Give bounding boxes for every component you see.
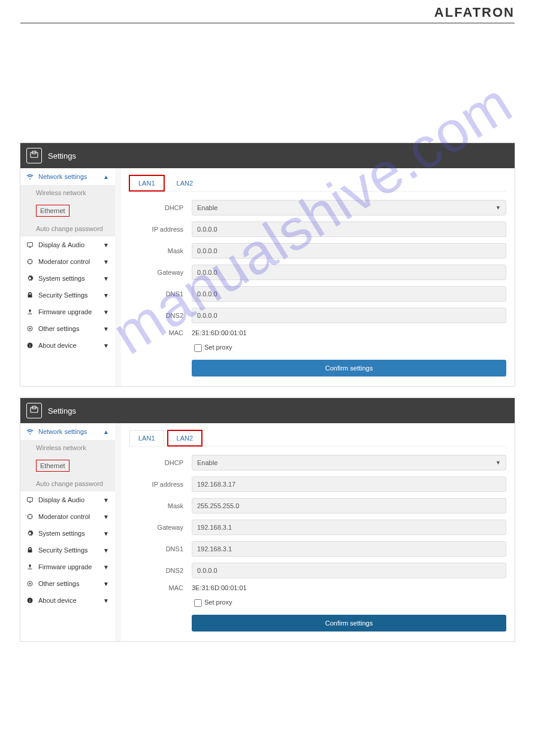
gear-icon [26,275,34,282]
mask-input[interactable]: 255.255.255.0 [192,498,506,514]
brand-logo: ALFATRON [0,0,535,23]
sidebar-label: Security Settings [38,546,103,554]
label-gateway: Gateway [129,269,192,276]
info-icon: i [26,342,34,349]
sidebar-item-network-settings[interactable]: Network settings ▲ [20,168,115,185]
caret-down-icon: ▼ [495,460,501,466]
sidebar-item-about-device[interactable]: i About device ▼ [20,592,115,609]
panel-header: Settings [20,143,515,168]
chevron-down-icon: ▼ [103,514,109,520]
sidebar-item-firmware-upgrade[interactable]: Firmware upgrade ▼ [20,558,115,575]
sidebar-item-security-settings[interactable]: Security Settings ▼ [20,287,115,303]
label-dns1: DNS1 [129,545,192,552]
sidebar-subitem-auto-change-password[interactable]: Auto change password [20,476,115,491]
sidebar-subitem-wireless-network[interactable]: Wireless network [20,440,115,456]
tab-bar: LAN1 LAN2 [129,175,506,192]
moderator-icon [26,258,34,265]
dns1-input[interactable]: 192.168.3.1 [192,541,506,557]
sidebar-item-display-audio[interactable]: Display & Audio ▼ [20,236,115,253]
label-mask: Mask [129,247,192,254]
sidebar-item-security-settings[interactable]: Security Settings ▼ [20,542,115,558]
tab-lan1[interactable]: LAN1 [129,175,164,191]
chevron-down-icon: ▼ [103,581,109,587]
label-dhcp: DHCP [129,204,192,211]
sidebar-item-other-settings[interactable]: Other settings ▼ [20,320,115,337]
panel-title: Settings [48,151,76,160]
sidebar-item-other-settings[interactable]: Other settings ▼ [20,575,115,592]
chevron-down-icon: ▼ [103,326,109,332]
sidebar-item-network-settings[interactable]: Network settings ▲ [20,423,115,440]
sidebar-item-moderator-control[interactable]: Moderator control ▼ [20,508,115,525]
chevron-down-icon: ▼ [103,275,109,282]
sidebar-label: Firmware upgrade [38,308,103,315]
label-gateway: Gateway [129,524,192,531]
svg-rect-0 [31,153,38,157]
sidebar-item-about-device[interactable]: i About device ▼ [20,337,115,354]
set-proxy-label: Set proxy [204,344,232,351]
content-area: LAN1 LAN2 DHCPEnable▼ IP address192.168.… [121,423,515,641]
confirm-settings-button[interactable]: Confirm settings [192,360,506,377]
svg-rect-9 [28,498,33,502]
caret-down-icon: ▼ [495,205,501,211]
settings-panel-1: Settings Network settings ▲ Wireless net… [20,143,515,386]
mask-input[interactable]: 0.0.0.0 [192,243,506,259]
ip-address-input[interactable]: 192.168.3.17 [192,476,506,492]
tab-lan2[interactable]: LAN2 [168,430,202,446]
set-proxy-label: Set proxy [204,599,232,606]
other-icon [26,325,34,332]
settings-header-icon [26,403,42,418]
dns2-input[interactable]: 0.0.0.0 [192,563,506,578]
sidebar-item-firmware-upgrade[interactable]: Firmware upgrade ▼ [20,303,115,320]
label-dns1: DNS1 [129,290,192,297]
chevron-down-icon: ▼ [103,597,109,604]
dns1-input[interactable]: 0.0.0.0 [192,286,506,302]
chevron-down-icon: ▼ [103,292,109,299]
sidebar-subitem-ethernet[interactable]: Ethernet [20,201,115,221]
label-mac: MAC [129,584,192,591]
ip-address-input[interactable]: 0.0.0.0 [192,221,506,237]
sidebar-label: Other settings [38,580,103,587]
sidebar-item-moderator-control[interactable]: Moderator control ▼ [20,253,115,270]
chevron-down-icon: ▼ [103,547,109,554]
tab-lan2[interactable]: LAN2 [168,175,202,191]
sidebar-subitem-wireless-network[interactable]: Wireless network [20,185,115,201]
display-icon [26,241,34,248]
sidebar-label: About device [38,597,103,604]
dhcp-select[interactable]: Enable▼ [192,200,506,215]
sidebar-item-system-settings[interactable]: System settings ▼ [20,525,115,542]
chevron-up-icon: ▲ [103,174,109,180]
sidebar-submenu-network: Wireless network Ethernet Auto change pa… [20,185,115,236]
sidebar-label: Network settings [38,173,103,180]
sidebar-subitem-ethernet[interactable]: Ethernet [20,456,115,476]
set-proxy-checkbox[interactable] [194,599,202,607]
sidebar-label: Firmware upgrade [38,563,103,570]
dhcp-value: Enable [197,459,217,466]
sidebar-label: Moderator control [38,513,103,520]
sidebar-item-display-audio[interactable]: Display & Audio ▼ [20,491,115,508]
mac-value: 3E:31:6D:00:01:01 [192,584,506,591]
highlight-box: Ethernet [36,460,69,472]
chevron-down-icon: ▼ [103,259,109,265]
gateway-input[interactable]: 192.168.3.1 [192,520,506,535]
dhcp-select[interactable]: Enable▼ [192,455,506,470]
moderator-icon [26,513,34,520]
tab-lan1[interactable]: LAN1 [129,430,164,446]
svg-text:i: i [29,599,30,603]
label-ip-address: IP address [129,226,192,233]
confirm-settings-button[interactable]: Confirm settings [192,615,506,631]
sidebar-item-system-settings[interactable]: System settings ▼ [20,270,115,287]
highlight-box: Ethernet [36,205,69,217]
other-icon [26,580,34,587]
display-icon [26,496,34,503]
settings-header-icon [26,148,42,163]
dns2-input[interactable]: 0.0.0.0 [192,308,506,323]
lock-icon [26,292,34,299]
chevron-down-icon: ▼ [103,309,109,315]
sidebar-label: Moderator control [38,258,103,265]
gateway-input[interactable]: 0.0.0.0 [192,265,506,280]
sidebar-label: Display & Audio [38,241,103,248]
sidebar-subitem-auto-change-password[interactable]: Auto change password [20,221,115,236]
set-proxy-checkbox[interactable] [194,344,202,352]
header-divider [20,23,515,23]
chevron-down-icon: ▼ [103,564,109,570]
